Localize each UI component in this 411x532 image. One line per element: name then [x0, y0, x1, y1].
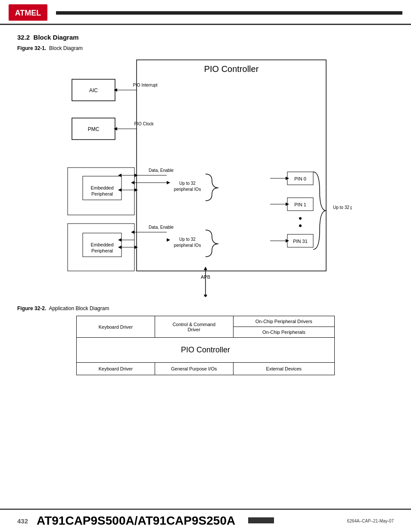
block-diagram-svg: PIO Controller AIC PIO Interrupt PMC PIO… [59, 56, 352, 297]
section-heading: 32.2 Block Diagram [17, 34, 394, 41]
svg-text:Up to 32: Up to 32 [179, 237, 196, 242]
on-chip-drivers-label: On-Chip Peripheral Drivers [234, 316, 334, 327]
figure2-label: Figure 32-2. Application Block Diagram [17, 305, 394, 311]
section-title: Block Diagram [34, 34, 79, 41]
header-line [56, 11, 402, 15]
svg-text:peripheral IOs: peripheral IOs [174, 187, 201, 192]
keyboard-driver-cell-2: Keyboard Driver [77, 363, 155, 375]
svg-marker-24 [118, 174, 121, 177]
page-footer: 432 AT91CAP9S500A/AT91CAP9S250A 6264A–CA… [0, 509, 411, 532]
on-chip-peripherals-label: On-Chip Peripherals [234, 327, 334, 337]
svg-text:Up to 32: Up to 32 [179, 181, 196, 186]
chip-name: AT91CAP9S500A/AT91CAP9S250A [37, 514, 235, 528]
section-number: 32.2 [17, 34, 30, 41]
main-content: 32.2 Block Diagram Figure 32-1. Block Di… [0, 25, 411, 397]
svg-text:PIO Controller: PIO Controller [204, 64, 259, 74]
app-table-pio-row: PIO Controller [77, 338, 335, 363]
footer-bar [248, 517, 274, 523]
svg-text:ATMEL: ATMEL [15, 9, 41, 17]
svg-text:Peripheral: Peripheral [91, 191, 113, 196]
svg-marker-22 [167, 174, 170, 177]
svg-marker-9 [114, 88, 117, 92]
keyboard-driver-cell-1: Keyboard Driver [77, 316, 155, 338]
svg-marker-41 [167, 238, 170, 242]
svg-point-56 [299, 217, 302, 220]
figure2-label-bold: Figure 32-2. [17, 305, 46, 311]
svg-text:®: ® [43, 17, 45, 21]
svg-marker-26 [167, 181, 170, 184]
svg-marker-27 [131, 181, 134, 184]
logo-area: ATMEL ® [9, 4, 47, 24]
general-purpose-ios-cell: General Purpose I/Os [155, 363, 233, 375]
svg-marker-21 [134, 174, 138, 177]
control-command-cell: Control & Command Driver [155, 316, 233, 338]
app-table-row-3: Keyboard Driver General Purpose I/Os Ext… [77, 363, 335, 375]
svg-text:PMC: PMC [88, 126, 100, 132]
svg-text:Embedded: Embedded [90, 185, 113, 190]
svg-marker-44 [118, 246, 121, 249]
svg-marker-42 [118, 238, 121, 242]
svg-text:PIO Interrupt: PIO Interrupt [133, 83, 157, 87]
svg-text:PIN 0: PIN 0 [294, 176, 306, 181]
svg-marker-65 [204, 267, 207, 270]
atmel-logo-icon: ATMEL ® [9, 4, 47, 24]
svg-marker-66 [204, 295, 207, 297]
svg-marker-45 [134, 246, 138, 249]
figure1-title: Block Diagram [49, 45, 83, 51]
external-devices-cell: External Devices [233, 363, 334, 375]
page-header: ATMEL ® [0, 0, 411, 25]
svg-text:AIC: AIC [89, 87, 98, 93]
figure1-label: Figure 32-1. Block Diagram [17, 45, 394, 51]
app-block-diagram-table: Keyboard Driver Control & Command Driver… [76, 316, 335, 375]
svg-point-57 [299, 224, 302, 227]
svg-text:Peripheral: Peripheral [91, 248, 113, 253]
svg-marker-14 [114, 127, 117, 131]
svg-text:peripheral IOs: peripheral IOs [174, 243, 201, 248]
doc-id: 6264A–CAP–21-May-07 [347, 519, 394, 523]
svg-marker-39 [131, 230, 134, 234]
page-number: 432 [17, 517, 28, 525]
app-table-row-1: Keyboard Driver Control & Command Driver… [77, 316, 335, 338]
svg-text:PIN 1: PIN 1 [294, 202, 306, 207]
svg-text:Data, Enable: Data, Enable [149, 168, 174, 173]
svg-text:Data, Enable: Data, Enable [149, 225, 174, 230]
svg-marker-29 [118, 188, 121, 192]
svg-text:Embedded: Embedded [90, 242, 113, 247]
figure1-label-bold: Figure 32-1. [17, 45, 46, 51]
pio-controller-cell: PIO Controller [77, 338, 335, 363]
svg-text:PIN 31: PIN 31 [293, 239, 308, 244]
figure2-title: Application Block Diagram [49, 305, 109, 311]
svg-text:PIO Clock: PIO Clock [134, 121, 154, 126]
svg-marker-30 [134, 188, 138, 192]
on-chip-outer-cell: On-Chip Peripheral Drivers On-Chip Perip… [233, 316, 334, 338]
svg-text:Up to 32 pins: Up to 32 pins [333, 205, 352, 210]
